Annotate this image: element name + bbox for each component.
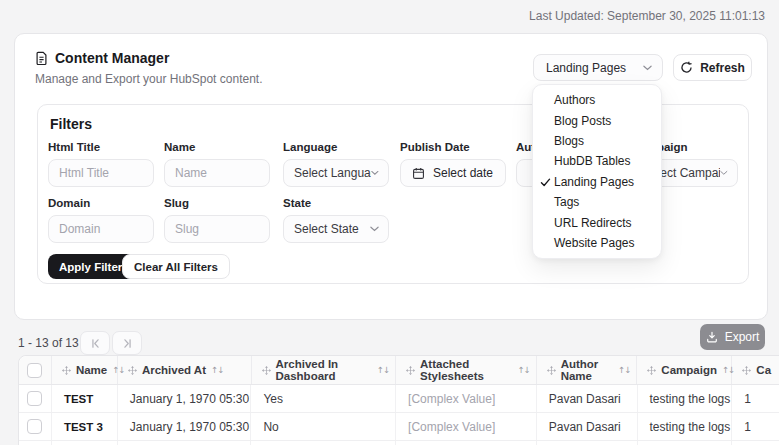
cell-name xyxy=(52,441,118,445)
column-header-author-name[interactable]: Author Name ↑↓ xyxy=(537,356,638,384)
last-page-button[interactable] xyxy=(112,331,142,355)
domain-input[interactable] xyxy=(48,215,154,243)
drag-handle-icon xyxy=(406,366,415,375)
select-all-checkbox[interactable] xyxy=(27,363,42,378)
download-icon xyxy=(706,331,718,343)
clear-all-filters-button[interactable]: Clear All Filters xyxy=(122,254,230,279)
cell-archived-at xyxy=(118,441,252,445)
menu-item-landing-pages[interactable]: Landing Pages xyxy=(533,172,661,192)
table-row: TEST 3 January 1, 1970 05:30:00 No [Comp… xyxy=(19,413,779,441)
filter-field-html-title: Html Title xyxy=(48,141,154,187)
table-row: TEST January 1, 1970 05:30:00 Yes [Compl… xyxy=(19,385,779,413)
first-page-icon xyxy=(90,338,101,349)
column-label: Archived In Dashboard xyxy=(276,358,372,382)
row-select-cell xyxy=(19,413,52,440)
menu-item-tags[interactable]: Tags xyxy=(533,192,661,212)
filter-field-publish-date: Publish Date Select date xyxy=(400,141,506,187)
filter-field-name: Name xyxy=(164,141,270,187)
menu-item-label: Landing Pages xyxy=(554,175,634,189)
calendar-icon xyxy=(412,167,425,180)
column-header-archived-in-dashboard[interactable]: Archived In Dashboard ↑↓ xyxy=(252,356,397,384)
filter-field-state: State Select State xyxy=(283,197,389,243)
column-label: Author Name xyxy=(561,358,613,382)
last-updated-text: Last Updated: September 30, 2025 11:01:1… xyxy=(529,9,765,23)
cell-campaign: testing the logs xyxy=(638,385,733,412)
document-icon xyxy=(35,51,48,66)
drag-handle-icon xyxy=(547,366,556,375)
refresh-label: Refresh xyxy=(700,61,745,75)
refresh-button[interactable]: Refresh xyxy=(673,54,752,81)
name-input[interactable] xyxy=(164,159,270,187)
refresh-icon xyxy=(680,61,693,74)
page-title: Content Manager xyxy=(55,50,169,66)
menu-item-website-pages[interactable]: Website Pages xyxy=(533,233,661,253)
column-header-ca[interactable]: Ca xyxy=(732,356,779,384)
domain-label: Domain xyxy=(48,197,154,209)
slug-label: Slug xyxy=(164,197,270,209)
first-page-button[interactable] xyxy=(80,331,110,355)
sort-icon: ↑↓ xyxy=(618,365,630,375)
state-label: State xyxy=(283,197,389,209)
chevron-down-icon xyxy=(720,170,728,176)
menu-item-blog-posts[interactable]: Blog Posts xyxy=(533,110,661,130)
row-checkbox[interactable] xyxy=(27,391,42,406)
content-type-select[interactable]: Landing Pages xyxy=(533,54,663,81)
publish-date-picker[interactable]: Select date xyxy=(400,159,506,187)
slug-input[interactable] xyxy=(164,215,270,243)
page-subtitle: Manage and Export your HubSpot content. xyxy=(35,72,262,86)
column-label: Archived At xyxy=(142,364,206,376)
column-header-attached-stylesheets[interactable]: Attached Stylesheets ↑↓ xyxy=(396,356,537,384)
menu-item-url-redirects[interactable]: URL Redirects xyxy=(533,212,661,232)
cell-author-name: Pavan Dasari xyxy=(537,413,638,440)
cell-campaign xyxy=(638,441,733,445)
name-label: Name xyxy=(164,141,270,153)
filter-field-domain: Domain xyxy=(48,197,154,243)
row-checkbox[interactable] xyxy=(27,419,42,434)
menu-item-blogs[interactable]: Blogs xyxy=(533,131,661,151)
menu-item-hubdb-tables[interactable]: HubDB Tables xyxy=(533,151,661,171)
menu-item-authors[interactable]: Authors xyxy=(533,90,661,110)
row-select-cell xyxy=(19,441,52,445)
drag-handle-icon xyxy=(62,366,71,375)
column-label: Ca xyxy=(756,364,771,376)
publish-date-label: Publish Date xyxy=(400,141,506,153)
export-label: Export xyxy=(725,330,760,344)
language-label: Language xyxy=(283,141,389,153)
content-type-value: Landing Pages xyxy=(546,61,626,75)
cell-archived-in-dashboard: Yes xyxy=(251,385,396,412)
export-button[interactable]: Export xyxy=(700,324,765,350)
column-label: Name xyxy=(76,364,107,376)
pagination-range-text: 1 - 13 of 13 xyxy=(18,331,79,355)
cell-archived-in-dashboard: No xyxy=(251,413,396,440)
filter-field-language: Language Select Language xyxy=(283,141,389,187)
column-header-name[interactable]: Name ↑↓ xyxy=(52,356,118,384)
sort-icon: ↑↓ xyxy=(377,365,389,375)
language-select[interactable]: Select Language xyxy=(283,159,389,187)
chevron-down-icon xyxy=(370,226,379,232)
filters-title: Filters xyxy=(50,116,92,132)
column-label: Campaign xyxy=(661,364,717,376)
table-header-row: Name ↑↓ Archived At ↑↓ Archived In Dashb… xyxy=(19,356,779,385)
filter-field-slug: Slug xyxy=(164,197,270,243)
cell-archived-in-dashboard xyxy=(251,441,396,445)
chevron-down-icon xyxy=(371,170,379,176)
cell-attached-stylesheets: [Complex Value] xyxy=(396,413,537,440)
html-title-input[interactable] xyxy=(48,159,154,187)
drag-handle-icon xyxy=(742,366,751,375)
sort-icon: ↑↓ xyxy=(211,365,223,375)
state-select[interactable]: Select State xyxy=(283,215,389,243)
state-select-value: Select State xyxy=(294,222,359,236)
column-header-archived-at[interactable]: Archived At ↑↓ xyxy=(118,356,252,384)
cell-archived-at: January 1, 1970 05:30:00 xyxy=(118,385,252,412)
table-row xyxy=(19,441,779,445)
select-all-header-cell xyxy=(19,356,52,384)
content-manager-screen: Last Updated: September 30, 2025 11:01:1… xyxy=(0,0,779,445)
column-header-campaign[interactable]: Campaign ↑↓ xyxy=(637,356,732,384)
cell-attached-stylesheets xyxy=(396,441,537,445)
row-select-cell xyxy=(19,385,52,412)
drag-handle-icon xyxy=(262,366,271,375)
last-page-icon xyxy=(122,338,133,349)
cell-author-name xyxy=(537,441,638,445)
cell-name: TEST xyxy=(52,385,118,412)
card-title-row: Content Manager xyxy=(35,50,169,66)
